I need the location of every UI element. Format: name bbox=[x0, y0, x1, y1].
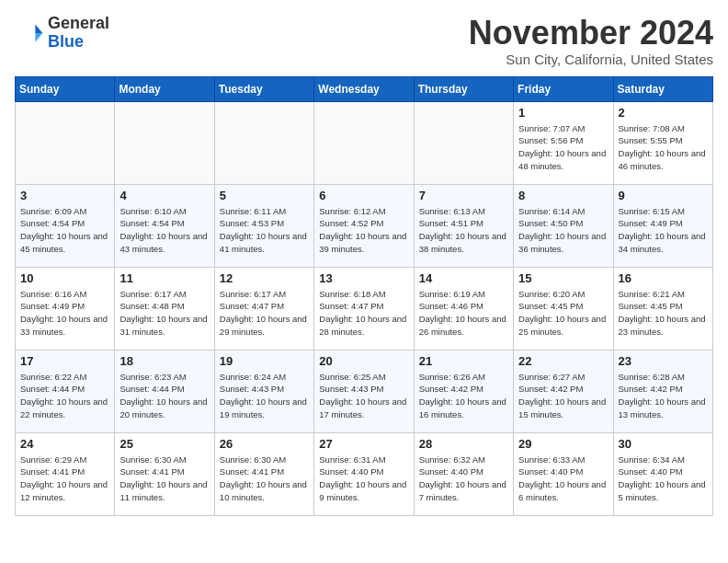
calendar-week-row: 10Sunrise: 6:16 AMSunset: 4:49 PMDayligh… bbox=[16, 267, 713, 350]
calendar-header: SundayMondayTuesdayWednesdayThursdayFrid… bbox=[16, 76, 713, 101]
day-info: Sunrise: 6:32 AMSunset: 4:40 PMDaylight:… bbox=[419, 454, 508, 504]
day-number: 11 bbox=[119, 271, 209, 285]
day-number: 10 bbox=[20, 271, 109, 285]
calendar-week-row: 24Sunrise: 6:29 AMSunset: 4:41 PMDayligh… bbox=[16, 432, 713, 515]
calendar-cell: 19Sunrise: 6:24 AMSunset: 4:43 PMDayligh… bbox=[214, 350, 313, 432]
calendar-cell: 25Sunrise: 6:30 AMSunset: 4:41 PMDayligh… bbox=[115, 432, 214, 515]
svg-marker-1 bbox=[35, 33, 42, 42]
day-info: Sunrise: 6:20 AMSunset: 4:45 PMDaylight:… bbox=[518, 288, 608, 339]
day-info: Sunrise: 6:26 AMSunset: 4:42 PMDaylight:… bbox=[419, 371, 508, 421]
calendar-cell: 24Sunrise: 6:29 AMSunset: 4:41 PMDayligh… bbox=[16, 432, 115, 515]
calendar-cell: 23Sunrise: 6:28 AMSunset: 4:42 PMDayligh… bbox=[613, 350, 712, 432]
weekday-header: Saturday bbox=[613, 76, 712, 101]
day-number: 27 bbox=[319, 437, 408, 451]
calendar-cell: 1Sunrise: 7:07 AMSunset: 5:56 PMDaylight… bbox=[514, 101, 613, 184]
day-number: 6 bbox=[319, 189, 408, 202]
day-info: Sunrise: 6:17 AMSunset: 4:48 PMDaylight:… bbox=[119, 288, 209, 339]
calendar-cell: 2Sunrise: 7:08 AMSunset: 5:55 PMDaylight… bbox=[613, 101, 712, 184]
day-number: 4 bbox=[119, 189, 209, 202]
day-info: Sunrise: 6:19 AMSunset: 4:46 PMDaylight:… bbox=[419, 288, 508, 339]
day-info: Sunrise: 6:22 AMSunset: 4:44 PMDaylight:… bbox=[20, 371, 109, 421]
calendar-week-row: 1Sunrise: 7:07 AMSunset: 5:56 PMDaylight… bbox=[16, 101, 713, 184]
calendar-cell: 11Sunrise: 6:17 AMSunset: 4:48 PMDayligh… bbox=[115, 267, 214, 350]
day-number: 17 bbox=[20, 354, 109, 368]
calendar-cell: 9Sunrise: 6:15 AMSunset: 4:49 PMDaylight… bbox=[613, 184, 712, 267]
calendar-table: SundayMondayTuesdayWednesdayThursdayFrid… bbox=[15, 76, 713, 516]
day-number: 12 bbox=[220, 271, 309, 285]
calendar-cell: 26Sunrise: 6:30 AMSunset: 4:41 PMDayligh… bbox=[214, 432, 313, 515]
location-subtitle: Sun City, California, United States bbox=[469, 52, 713, 67]
day-number: 9 bbox=[619, 189, 708, 202]
day-info: Sunrise: 6:34 AMSunset: 4:40 PMDaylight:… bbox=[619, 454, 708, 504]
calendar-cell: 22Sunrise: 6:27 AMSunset: 4:42 PMDayligh… bbox=[514, 350, 613, 432]
day-info: Sunrise: 6:15 AMSunset: 4:49 PMDaylight:… bbox=[619, 205, 708, 256]
day-info: Sunrise: 6:23 AMSunset: 4:44 PMDaylight:… bbox=[119, 371, 209, 421]
calendar-cell: 8Sunrise: 6:14 AMSunset: 4:50 PMDaylight… bbox=[514, 184, 613, 267]
day-number: 26 bbox=[220, 437, 309, 451]
calendar-cell: 20Sunrise: 6:25 AMSunset: 4:43 PMDayligh… bbox=[314, 350, 414, 432]
day-number: 18 bbox=[119, 354, 209, 368]
logo-general: General bbox=[48, 15, 109, 33]
weekday-header: Wednesday bbox=[314, 76, 414, 101]
logo: General Blue bbox=[15, 15, 109, 52]
day-info: Sunrise: 6:14 AMSunset: 4:50 PMDaylight:… bbox=[518, 205, 608, 256]
logo-blue: Blue bbox=[48, 33, 109, 52]
calendar-cell bbox=[214, 101, 313, 184]
day-info: Sunrise: 6:12 AMSunset: 4:52 PMDaylight:… bbox=[319, 205, 408, 256]
calendar-cell: 17Sunrise: 6:22 AMSunset: 4:44 PMDayligh… bbox=[16, 350, 115, 432]
calendar-cell: 27Sunrise: 6:31 AMSunset: 4:40 PMDayligh… bbox=[314, 432, 414, 515]
weekday-header: Sunday bbox=[16, 76, 115, 101]
day-info: Sunrise: 6:28 AMSunset: 4:42 PMDaylight:… bbox=[619, 371, 708, 421]
day-info: Sunrise: 6:21 AMSunset: 4:45 PMDaylight:… bbox=[619, 288, 708, 339]
calendar-week-row: 3Sunrise: 6:09 AMSunset: 4:54 PMDaylight… bbox=[16, 184, 713, 267]
calendar-cell bbox=[414, 101, 513, 184]
day-info: Sunrise: 7:08 AMSunset: 5:55 PMDaylight:… bbox=[619, 122, 708, 173]
day-info: Sunrise: 6:30 AMSunset: 4:41 PMDaylight:… bbox=[119, 454, 209, 504]
weekday-header: Tuesday bbox=[214, 76, 313, 101]
day-number: 20 bbox=[319, 354, 408, 368]
day-number: 1 bbox=[518, 106, 608, 120]
day-info: Sunrise: 6:11 AMSunset: 4:53 PMDaylight:… bbox=[220, 205, 309, 256]
day-info: Sunrise: 6:10 AMSunset: 4:54 PMDaylight:… bbox=[119, 205, 209, 256]
svg-marker-0 bbox=[35, 24, 42, 33]
day-number: 16 bbox=[619, 271, 708, 285]
calendar-cell: 7Sunrise: 6:13 AMSunset: 4:51 PMDaylight… bbox=[414, 184, 513, 267]
day-number: 15 bbox=[518, 271, 608, 285]
day-number: 30 bbox=[619, 437, 708, 451]
day-number: 14 bbox=[419, 271, 508, 285]
day-number: 2 bbox=[619, 106, 708, 120]
calendar-cell: 3Sunrise: 6:09 AMSunset: 4:54 PMDaylight… bbox=[16, 184, 115, 267]
day-number: 28 bbox=[419, 437, 508, 451]
day-number: 13 bbox=[319, 271, 408, 285]
day-info: Sunrise: 6:13 AMSunset: 4:51 PMDaylight:… bbox=[419, 205, 508, 256]
calendar-week-row: 17Sunrise: 6:22 AMSunset: 4:44 PMDayligh… bbox=[16, 350, 713, 432]
calendar-cell: 15Sunrise: 6:20 AMSunset: 4:45 PMDayligh… bbox=[514, 267, 613, 350]
day-info: Sunrise: 6:24 AMSunset: 4:43 PMDaylight:… bbox=[220, 371, 309, 421]
calendar-cell bbox=[314, 101, 414, 184]
day-info: Sunrise: 6:27 AMSunset: 4:42 PMDaylight:… bbox=[518, 371, 608, 421]
weekday-header: Friday bbox=[514, 76, 613, 101]
day-number: 7 bbox=[419, 189, 508, 202]
day-info: Sunrise: 6:25 AMSunset: 4:43 PMDaylight:… bbox=[319, 371, 408, 421]
day-info: Sunrise: 6:33 AMSunset: 4:40 PMDaylight:… bbox=[518, 454, 608, 504]
logo-text: General Blue bbox=[48, 15, 109, 52]
calendar-cell: 5Sunrise: 6:11 AMSunset: 4:53 PMDaylight… bbox=[214, 184, 313, 267]
weekday-header: Monday bbox=[115, 76, 214, 101]
day-number: 23 bbox=[619, 354, 708, 368]
calendar-cell: 28Sunrise: 6:32 AMSunset: 4:40 PMDayligh… bbox=[414, 432, 513, 515]
calendar-cell: 18Sunrise: 6:23 AMSunset: 4:44 PMDayligh… bbox=[115, 350, 214, 432]
month-title: November 2024 bbox=[469, 15, 713, 52]
calendar-cell: 16Sunrise: 6:21 AMSunset: 4:45 PMDayligh… bbox=[613, 267, 712, 350]
day-number: 24 bbox=[20, 437, 109, 451]
day-info: Sunrise: 6:29 AMSunset: 4:41 PMDaylight:… bbox=[20, 454, 109, 504]
calendar-cell: 13Sunrise: 6:18 AMSunset: 4:47 PMDayligh… bbox=[314, 267, 414, 350]
calendar-cell: 14Sunrise: 6:19 AMSunset: 4:46 PMDayligh… bbox=[414, 267, 513, 350]
day-info: Sunrise: 6:31 AMSunset: 4:40 PMDaylight:… bbox=[319, 454, 408, 504]
calendar-cell: 21Sunrise: 6:26 AMSunset: 4:42 PMDayligh… bbox=[414, 350, 513, 432]
calendar-cell: 10Sunrise: 6:16 AMSunset: 4:49 PMDayligh… bbox=[16, 267, 115, 350]
calendar-cell: 6Sunrise: 6:12 AMSunset: 4:52 PMDaylight… bbox=[314, 184, 414, 267]
day-number: 5 bbox=[220, 189, 309, 202]
day-number: 21 bbox=[419, 354, 508, 368]
title-block: November 2024 Sun City, California, Unit… bbox=[469, 15, 713, 67]
calendar-cell: 29Sunrise: 6:33 AMSunset: 4:40 PMDayligh… bbox=[514, 432, 613, 515]
